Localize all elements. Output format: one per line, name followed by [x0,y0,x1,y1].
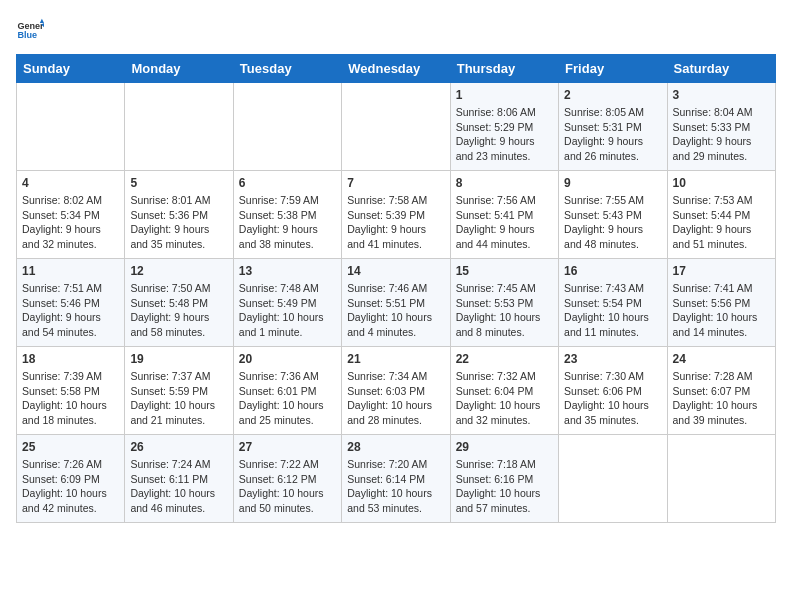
calendar-cell: 2Sunrise: 8:05 AM Sunset: 5:31 PM Daylig… [559,83,667,171]
day-number: 20 [239,352,336,366]
day-number: 26 [130,440,227,454]
day-content: Sunrise: 7:55 AM Sunset: 5:43 PM Dayligh… [564,193,661,252]
day-content: Sunrise: 7:34 AM Sunset: 6:03 PM Dayligh… [347,369,444,428]
day-number: 25 [22,440,119,454]
day-content: Sunrise: 7:50 AM Sunset: 5:48 PM Dayligh… [130,281,227,340]
day-number: 1 [456,88,553,102]
day-content: Sunrise: 7:24 AM Sunset: 6:11 PM Dayligh… [130,457,227,516]
day-content: Sunrise: 7:48 AM Sunset: 5:49 PM Dayligh… [239,281,336,340]
day-number: 9 [564,176,661,190]
day-number: 7 [347,176,444,190]
calendar-cell: 27Sunrise: 7:22 AM Sunset: 6:12 PM Dayli… [233,435,341,523]
calendar-cell: 19Sunrise: 7:37 AM Sunset: 5:59 PM Dayli… [125,347,233,435]
day-content: Sunrise: 7:26 AM Sunset: 6:09 PM Dayligh… [22,457,119,516]
calendar-body: 1Sunrise: 8:06 AM Sunset: 5:29 PM Daylig… [17,83,776,523]
calendar-cell: 26Sunrise: 7:24 AM Sunset: 6:11 PM Dayli… [125,435,233,523]
day-content: Sunrise: 7:43 AM Sunset: 5:54 PM Dayligh… [564,281,661,340]
day-number: 28 [347,440,444,454]
day-content: Sunrise: 7:46 AM Sunset: 5:51 PM Dayligh… [347,281,444,340]
calendar-week-3: 11Sunrise: 7:51 AM Sunset: 5:46 PM Dayli… [17,259,776,347]
col-header-tuesday: Tuesday [233,55,341,83]
day-number: 23 [564,352,661,366]
col-header-friday: Friday [559,55,667,83]
calendar-cell: 7Sunrise: 7:58 AM Sunset: 5:39 PM Daylig… [342,171,450,259]
day-content: Sunrise: 7:45 AM Sunset: 5:53 PM Dayligh… [456,281,553,340]
calendar-cell [233,83,341,171]
calendar-cell: 8Sunrise: 7:56 AM Sunset: 5:41 PM Daylig… [450,171,558,259]
day-content: Sunrise: 8:04 AM Sunset: 5:33 PM Dayligh… [673,105,770,164]
calendar-cell: 25Sunrise: 7:26 AM Sunset: 6:09 PM Dayli… [17,435,125,523]
col-header-sunday: Sunday [17,55,125,83]
day-content: Sunrise: 7:58 AM Sunset: 5:39 PM Dayligh… [347,193,444,252]
calendar-cell [125,83,233,171]
calendar-cell: 24Sunrise: 7:28 AM Sunset: 6:07 PM Dayli… [667,347,775,435]
day-number: 14 [347,264,444,278]
day-number: 4 [22,176,119,190]
calendar-cell: 28Sunrise: 7:20 AM Sunset: 6:14 PM Dayli… [342,435,450,523]
calendar-week-5: 25Sunrise: 7:26 AM Sunset: 6:09 PM Dayli… [17,435,776,523]
calendar-cell: 1Sunrise: 8:06 AM Sunset: 5:29 PM Daylig… [450,83,558,171]
day-content: Sunrise: 8:05 AM Sunset: 5:31 PM Dayligh… [564,105,661,164]
calendar-cell: 17Sunrise: 7:41 AM Sunset: 5:56 PM Dayli… [667,259,775,347]
calendar-cell: 23Sunrise: 7:30 AM Sunset: 6:06 PM Dayli… [559,347,667,435]
calendar-cell [667,435,775,523]
calendar-week-4: 18Sunrise: 7:39 AM Sunset: 5:58 PM Dayli… [17,347,776,435]
calendar-header-row: SundayMondayTuesdayWednesdayThursdayFrid… [17,55,776,83]
col-header-wednesday: Wednesday [342,55,450,83]
day-content: Sunrise: 7:53 AM Sunset: 5:44 PM Dayligh… [673,193,770,252]
logo-icon: General Blue [16,16,44,44]
day-number: 6 [239,176,336,190]
logo: General Blue [16,16,48,44]
day-content: Sunrise: 7:39 AM Sunset: 5:58 PM Dayligh… [22,369,119,428]
day-content: Sunrise: 7:41 AM Sunset: 5:56 PM Dayligh… [673,281,770,340]
day-content: Sunrise: 7:22 AM Sunset: 6:12 PM Dayligh… [239,457,336,516]
calendar-cell: 20Sunrise: 7:36 AM Sunset: 6:01 PM Dayli… [233,347,341,435]
page-header: General Blue [16,16,776,44]
calendar-cell: 10Sunrise: 7:53 AM Sunset: 5:44 PM Dayli… [667,171,775,259]
day-number: 11 [22,264,119,278]
day-content: Sunrise: 8:01 AM Sunset: 5:36 PM Dayligh… [130,193,227,252]
calendar-table: SundayMondayTuesdayWednesdayThursdayFrid… [16,54,776,523]
day-number: 17 [673,264,770,278]
calendar-cell: 6Sunrise: 7:59 AM Sunset: 5:38 PM Daylig… [233,171,341,259]
calendar-cell: 22Sunrise: 7:32 AM Sunset: 6:04 PM Dayli… [450,347,558,435]
day-content: Sunrise: 7:18 AM Sunset: 6:16 PM Dayligh… [456,457,553,516]
day-number: 8 [456,176,553,190]
calendar-cell [17,83,125,171]
calendar-cell: 3Sunrise: 8:04 AM Sunset: 5:33 PM Daylig… [667,83,775,171]
svg-text:General: General [17,21,44,31]
calendar-cell: 4Sunrise: 8:02 AM Sunset: 5:34 PM Daylig… [17,171,125,259]
calendar-cell: 13Sunrise: 7:48 AM Sunset: 5:49 PM Dayli… [233,259,341,347]
calendar-cell: 15Sunrise: 7:45 AM Sunset: 5:53 PM Dayli… [450,259,558,347]
day-content: Sunrise: 7:20 AM Sunset: 6:14 PM Dayligh… [347,457,444,516]
calendar-cell: 16Sunrise: 7:43 AM Sunset: 5:54 PM Dayli… [559,259,667,347]
day-content: Sunrise: 7:36 AM Sunset: 6:01 PM Dayligh… [239,369,336,428]
day-content: Sunrise: 7:51 AM Sunset: 5:46 PM Dayligh… [22,281,119,340]
calendar-cell: 11Sunrise: 7:51 AM Sunset: 5:46 PM Dayli… [17,259,125,347]
day-number: 2 [564,88,661,102]
day-number: 29 [456,440,553,454]
day-number: 27 [239,440,336,454]
day-number: 19 [130,352,227,366]
day-content: Sunrise: 8:06 AM Sunset: 5:29 PM Dayligh… [456,105,553,164]
col-header-saturday: Saturday [667,55,775,83]
day-number: 12 [130,264,227,278]
calendar-cell: 9Sunrise: 7:55 AM Sunset: 5:43 PM Daylig… [559,171,667,259]
day-number: 13 [239,264,336,278]
day-number: 5 [130,176,227,190]
day-number: 3 [673,88,770,102]
day-content: Sunrise: 8:02 AM Sunset: 5:34 PM Dayligh… [22,193,119,252]
day-content: Sunrise: 7:32 AM Sunset: 6:04 PM Dayligh… [456,369,553,428]
day-number: 16 [564,264,661,278]
calendar-cell: 12Sunrise: 7:50 AM Sunset: 5:48 PM Dayli… [125,259,233,347]
col-header-monday: Monday [125,55,233,83]
calendar-cell: 21Sunrise: 7:34 AM Sunset: 6:03 PM Dayli… [342,347,450,435]
calendar-week-2: 4Sunrise: 8:02 AM Sunset: 5:34 PM Daylig… [17,171,776,259]
svg-text:Blue: Blue [17,30,37,40]
calendar-cell: 5Sunrise: 8:01 AM Sunset: 5:36 PM Daylig… [125,171,233,259]
day-number: 21 [347,352,444,366]
day-content: Sunrise: 7:56 AM Sunset: 5:41 PM Dayligh… [456,193,553,252]
day-content: Sunrise: 7:28 AM Sunset: 6:07 PM Dayligh… [673,369,770,428]
day-number: 22 [456,352,553,366]
day-content: Sunrise: 7:37 AM Sunset: 5:59 PM Dayligh… [130,369,227,428]
